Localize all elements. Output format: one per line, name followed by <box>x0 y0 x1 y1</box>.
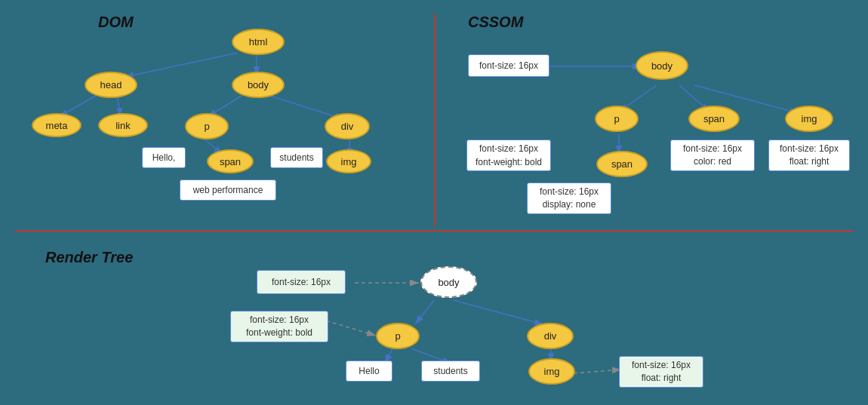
dom-div-node: div <box>325 113 370 140</box>
rt-students-box: students <box>421 361 480 382</box>
dom-meta-node: meta <box>32 113 82 137</box>
rt-div-node: div <box>527 323 574 349</box>
svg-line-2 <box>125 53 238 77</box>
dom-body-node: body <box>232 72 285 98</box>
rt-fontsize-p-box: font-size: 16pxfont-weight: bold <box>230 311 328 342</box>
rt-body-node: body <box>420 266 477 298</box>
dom-html-node: html <box>232 29 285 55</box>
cssom-span-node: span <box>688 106 740 132</box>
dom-link-node: link <box>98 113 148 137</box>
rt-fontsize-body-box: font-size: 16px <box>257 270 346 294</box>
dom-students-box: students <box>270 147 323 168</box>
cssom-span-box: font-size: 16pxcolor: red <box>670 140 755 171</box>
dom-p-node: p <box>185 113 229 140</box>
dom-hello-box: Hello, <box>142 147 186 168</box>
cssom-p-node: p <box>595 106 639 132</box>
dom-title: DOM <box>98 14 134 31</box>
rt-fontsize-img-box: font-size: 16pxfloat: right <box>619 356 703 388</box>
horizontal-divider <box>15 230 853 232</box>
cssom-body-node: body <box>636 51 688 80</box>
cssom-span-inner-box: font-size: 16pxdisplay: none <box>527 183 611 214</box>
cssom-img-node: img <box>785 106 833 132</box>
cssom-fontsize-body-box: font-size: 16px <box>468 54 549 77</box>
dom-head-node: head <box>85 72 137 98</box>
diagram-container: DOM CSSOM Render Tree <box>0 0 868 405</box>
cssom-span-inner-node: span <box>596 151 648 177</box>
svg-line-16 <box>415 300 434 324</box>
rt-p-node: p <box>376 323 420 349</box>
svg-line-22 <box>574 370 621 373</box>
dom-img-node: img <box>326 149 371 173</box>
svg-line-17 <box>453 300 543 324</box>
cssom-img-box: font-size: 16pxfloat: right <box>768 140 850 171</box>
rt-hello-box: Hello <box>346 361 392 382</box>
vertical-divider <box>434 14 436 227</box>
cssom-p-box: font-size: 16pxfont-weight: bold <box>466 140 551 171</box>
rt-img-node: img <box>528 358 575 385</box>
cssom-title: CSSOM <box>468 14 523 31</box>
dom-span-node: span <box>207 149 254 173</box>
render-tree-title: Render Tree <box>45 249 133 266</box>
dom-web-performance-box: web performance <box>180 179 276 201</box>
